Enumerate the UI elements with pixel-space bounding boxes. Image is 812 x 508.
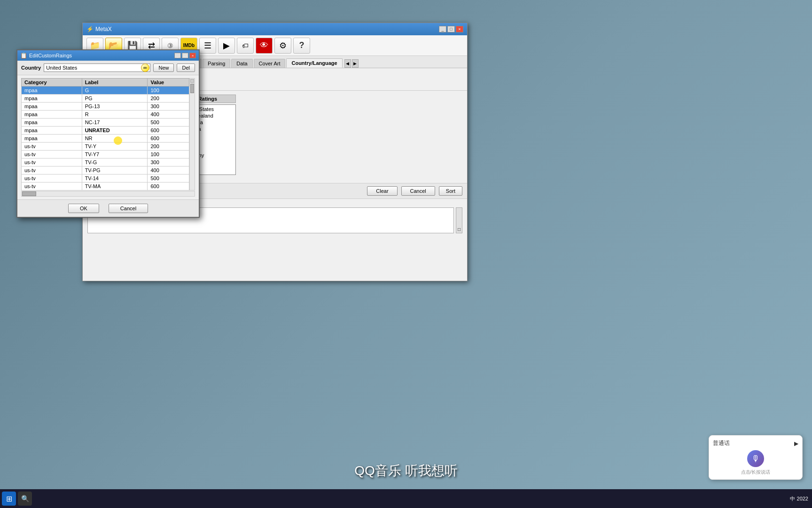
cell-category: mpaa <box>22 127 82 135</box>
list-btn[interactable]: ☰ <box>199 38 216 54</box>
cell-value: 600 <box>148 183 189 190</box>
chat-footer-text: 点击/长按说话 <box>713 469 798 476</box>
cell-category: us-tv <box>22 143 82 151</box>
country-label: Country <box>21 65 41 71</box>
table-row[interactable]: mpaa UNRATED 600 <box>22 127 189 135</box>
cell-label: G <box>82 87 148 95</box>
cell-category: mpaa <box>22 119 82 127</box>
edit-custom-dialog: 📋 EditCustomRaings _ □ × Country ✏ New D… <box>16 49 200 218</box>
table-row[interactable]: mpaa NR 600 <box>22 135 189 143</box>
taskbar-search[interactable]: 🔍 <box>18 492 32 506</box>
table-row[interactable]: us-tv TV-MA 600 <box>22 183 189 190</box>
play-btn[interactable]: ▶ <box>218 38 235 54</box>
cell-category: mpaa <box>22 135 82 143</box>
cell-label: UNRATED <box>82 127 148 135</box>
table-row[interactable]: mpaa G 100 <box>22 87 189 95</box>
ratings-table: Category Label Value mpaa G 100 mpaa <box>21 78 189 190</box>
metax-title: ⚡ MetaX <box>86 26 112 32</box>
cell-value: 300 <box>148 159 189 167</box>
cell-value: 200 <box>148 95 189 103</box>
cell-label: PG-13 <box>82 103 148 111</box>
tab-scroll-right[interactable]: ▶ <box>352 59 359 68</box>
table-row[interactable]: us-tv TV-14 500 <box>22 175 189 183</box>
cell-value: 500 <box>148 175 189 183</box>
chat-widget: 普通话 ▶ 🎙 点击/长按说话 <box>709 435 803 480</box>
chat-header: 普通话 ▶ <box>713 439 798 447</box>
cell-label: TV-14 <box>82 175 148 183</box>
table-scrollbar[interactable] <box>189 78 195 190</box>
table-row[interactable]: mpaa PG-13 300 <box>22 103 189 111</box>
cell-label: TV-MA <box>82 183 148 190</box>
close-button[interactable]: × <box>456 26 463 32</box>
cell-category: mpaa <box>22 111 82 119</box>
eye-btn[interactable]: 👁 <box>256 38 273 54</box>
table-row[interactable]: us-tv TV-PG 400 <box>22 167 189 175</box>
country-input[interactable] <box>44 64 150 72</box>
table-h-scrollbar[interactable] <box>21 191 195 197</box>
tab-country-language[interactable]: Country/Language <box>286 58 342 68</box>
desktop: ⚡ MetaX _ □ × 📁 📂 💾 ⇄ ③ IMDb ☰ ▶ 🏷 👁 ⚙ ? <box>0 0 812 508</box>
cell-value: 300 <box>148 103 189 111</box>
dialog-titlebar: 📋 EditCustomRaings _ □ × <box>17 50 199 61</box>
table-row[interactable]: us-tv TV-Y7 100 <box>22 151 189 159</box>
help-btn[interactable]: ? <box>293 38 310 54</box>
long-desc-resize[interactable]: □ <box>456 207 462 233</box>
dialog-close[interactable]: × <box>189 53 196 58</box>
tab-parsing[interactable]: Parsing <box>203 59 230 68</box>
settings-btn[interactable]: ⚙ <box>274 38 291 54</box>
cell-label: R <box>82 111 148 119</box>
cell-label: TV-PG <box>82 167 148 175</box>
cancel-button-2[interactable]: Cancel <box>401 186 435 196</box>
chat-mic-button[interactable]: 🎙 <box>747 450 764 467</box>
dialog-header: Country ✏ New Del <box>17 61 199 75</box>
col-header-category: Category <box>22 79 82 87</box>
cell-category: us-tv <box>22 175 82 183</box>
cell-value: 200 <box>148 143 189 151</box>
taskbar-date: 2022 <box>797 496 808 501</box>
tab-data[interactable]: Data <box>231 59 252 68</box>
taskbar-time: 中 <box>790 495 795 502</box>
table-row[interactable]: us-tv TV-G 300 <box>22 159 189 167</box>
cell-category: mpaa <box>22 87 82 95</box>
dialog-controls: _ □ × <box>174 53 196 58</box>
tag-btn[interactable]: 🏷 <box>237 38 254 54</box>
tab-scroll-left[interactable]: ◀ <box>344 59 351 68</box>
cell-category: us-tv <box>22 159 82 167</box>
cell-value: 400 <box>148 167 189 175</box>
table-row[interactable]: us-tv TV-Y 200 <box>22 143 189 151</box>
cell-label: NC-17 <box>82 119 148 127</box>
dialog-cancel-button[interactable]: Cancel <box>109 204 148 213</box>
dialog-icon: 📋 <box>20 52 27 59</box>
cell-category: us-tv <box>22 151 82 159</box>
sort-button[interactable]: Sort <box>439 186 462 196</box>
minimize-button[interactable]: _ <box>439 26 446 32</box>
table-row[interactable]: mpaa PG 200 <box>22 95 189 103</box>
cell-category: mpaa <box>22 103 82 111</box>
table-row[interactable]: mpaa R 400 <box>22 111 189 119</box>
prefs-right-buttons: Clear Cancel Sort <box>367 186 462 196</box>
del-button[interactable]: Del <box>177 64 195 72</box>
start-button[interactable]: ⊞ <box>2 492 16 506</box>
dialog-minimize[interactable]: _ <box>174 53 181 58</box>
cell-value: 600 <box>148 135 189 143</box>
metax-title-text: MetaX <box>95 26 112 32</box>
ratings-table-container: Category Label Value mpaa G 100 mpaa <box>17 75 199 199</box>
dialog-ok-button[interactable]: OK <box>68 204 99 213</box>
table-row[interactable]: mpaa NC-17 500 <box>22 119 189 127</box>
clear-button[interactable]: Clear <box>367 186 397 196</box>
col-header-label: Label <box>82 79 148 87</box>
dialog-footer: OK Cancel <box>17 199 199 217</box>
cell-label: TV-G <box>82 159 148 167</box>
cell-value: 100 <box>148 151 189 159</box>
cell-category: us-tv <box>22 167 82 175</box>
cell-category: mpaa <box>22 95 82 103</box>
dialog-maximize[interactable]: □ <box>182 53 188 58</box>
new-button[interactable]: New <box>153 64 174 72</box>
tab-cover-art[interactable]: Cover Art <box>254 59 286 68</box>
chat-arrow-icon: ▶ <box>794 440 798 447</box>
cell-label: TV-Y7 <box>82 151 148 159</box>
cell-label: TV-Y <box>82 143 148 151</box>
cell-value: 600 <box>148 127 189 135</box>
maximize-button[interactable]: □ <box>447 26 455 32</box>
col-header-value: Value <box>148 79 189 87</box>
